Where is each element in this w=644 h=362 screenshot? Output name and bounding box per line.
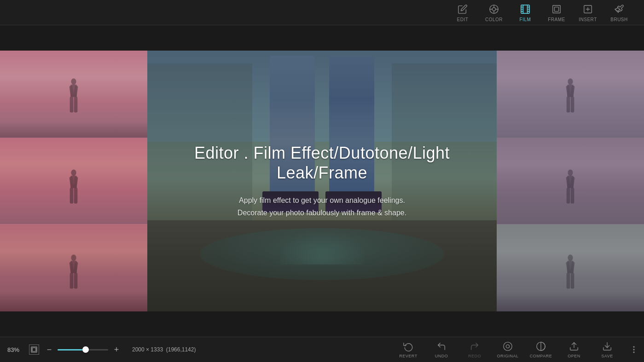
svg-point-65 — [633, 349, 634, 350]
left-photo-bot — [0, 224, 147, 311]
right-photo-top — [497, 51, 644, 138]
brush-icon — [613, 3, 625, 15]
svg-rect-36 — [70, 273, 74, 289]
brush-tool-button[interactable]: BRUSH — [603, 0, 635, 25]
svg-rect-30 — [70, 188, 74, 204]
revert-icon — [403, 341, 414, 352]
zoom-plus-button[interactable]: + — [112, 345, 121, 355]
svg-rect-57 — [32, 348, 36, 351]
compare-button[interactable]: COMPARE — [524, 337, 557, 362]
fit-to-screen-button[interactable] — [29, 345, 39, 355]
svg-point-64 — [633, 346, 634, 347]
insert-icon — [582, 3, 594, 15]
svg-point-38 — [568, 78, 573, 85]
undo-button[interactable]: UNDO — [425, 337, 458, 362]
svg-point-59 — [506, 345, 509, 348]
svg-rect-31 — [74, 188, 78, 204]
canvas-area: Editor . Film Effect/Dutotone/Light Leak… — [0, 25, 644, 337]
svg-rect-48 — [567, 188, 570, 204]
open-icon — [569, 341, 580, 352]
left-photo-column — [0, 51, 147, 311]
svg-rect-42 — [567, 97, 570, 113]
save-button[interactable]: SAVE — [591, 337, 624, 362]
right-photo-mid — [497, 138, 644, 224]
open-button[interactable]: OPEN — [557, 337, 591, 362]
overlay-title: Editor . Film Effect/Dutotone/Light Leak… — [166, 143, 478, 183]
top-toolbar: EDIT COLOR — [0, 0, 644, 25]
color-icon — [488, 3, 500, 15]
zoom-minus-button[interactable]: − — [45, 345, 54, 355]
svg-rect-25 — [74, 97, 78, 113]
overlay-text-panel: Editor . Film Effect/Dutotone/Light Leak… — [147, 51, 497, 311]
left-photo-mid — [0, 138, 147, 224]
svg-point-50 — [568, 255, 573, 261]
compare-icon — [535, 341, 546, 352]
film-icon — [519, 3, 531, 15]
svg-rect-43 — [571, 97, 574, 113]
frame-tool-button[interactable]: FRAME — [541, 0, 572, 25]
image-dimensions-label: 2000 × 1333 (1966,1142) — [125, 346, 196, 353]
svg-rect-15 — [553, 5, 561, 13]
svg-rect-54 — [567, 273, 570, 289]
insert-tool-button[interactable]: INSERT — [572, 0, 603, 25]
left-photo-top — [0, 51, 147, 138]
redo-icon — [469, 341, 480, 352]
revert-button[interactable]: REVERT — [392, 337, 425, 362]
overlay-subtitle-2: Decorate your photo fabulously with fram… — [238, 207, 406, 219]
edit-tool-button[interactable]: EDIT — [447, 0, 478, 25]
bottom-toolbar: 83% − + 2000 × 1333 (1966,1142) — [0, 337, 644, 362]
svg-point-44 — [568, 170, 573, 176]
more-options-button[interactable] — [624, 337, 644, 362]
svg-rect-24 — [70, 97, 74, 113]
save-icon — [602, 341, 613, 352]
original-button[interactable]: ORIGINAL — [491, 337, 524, 362]
svg-rect-55 — [571, 273, 574, 289]
right-photo-bot — [497, 224, 644, 311]
svg-rect-16 — [554, 7, 558, 11]
frame-icon — [551, 3, 563, 15]
svg-point-58 — [504, 342, 512, 351]
color-tool-button[interactable]: COLOR — [478, 0, 510, 25]
svg-point-1 — [492, 7, 495, 11]
svg-point-32 — [71, 255, 76, 261]
svg-point-20 — [71, 78, 76, 85]
original-icon — [502, 341, 513, 352]
overlay-subtitle-1: Apply film effect to get your own analog… — [239, 194, 405, 207]
undo-icon — [436, 341, 447, 352]
redo-button[interactable]: REDO — [458, 337, 491, 362]
svg-rect-49 — [571, 188, 574, 204]
svg-point-66 — [633, 352, 634, 353]
zoom-section: 83% − + 2000 × 1333 (1966,1142) — [0, 345, 196, 355]
bottom-actions: REVERT UNDO REDO — [392, 337, 644, 362]
zoom-slider[interactable] — [58, 349, 108, 351]
svg-rect-37 — [74, 273, 78, 289]
edit-icon — [457, 3, 469, 15]
svg-point-26 — [71, 170, 76, 176]
zoom-percent-label: 83% — [7, 346, 23, 353]
film-tool-button[interactable]: FILM — [510, 0, 541, 25]
right-photo-column — [497, 51, 644, 311]
